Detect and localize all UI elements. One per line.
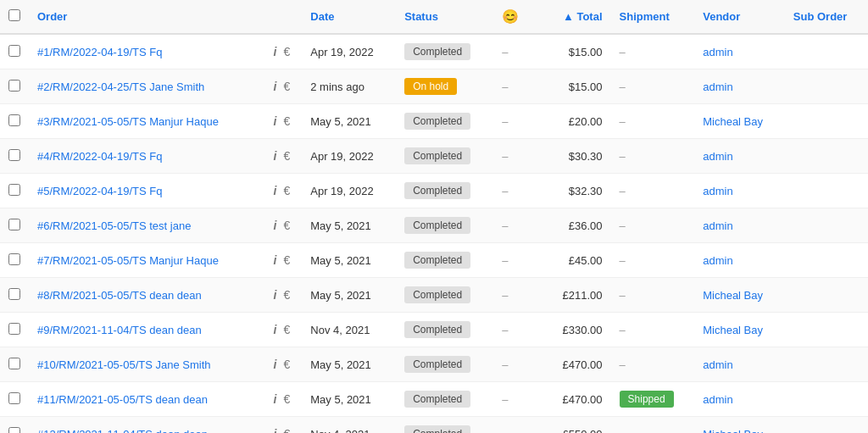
vendor-link[interactable]: admin: [703, 393, 732, 406]
info-icon[interactable]: i: [270, 391, 281, 408]
euro-icon[interactable]: €: [280, 217, 293, 234]
vendor-link[interactable]: Micheal Bay: [703, 428, 763, 434]
info-icon[interactable]: i: [270, 217, 281, 234]
order-link[interactable]: #1/RM/2022-04-19/TS Fq: [37, 46, 162, 58]
vendor-link[interactable]: admin: [703, 219, 732, 232]
order-link[interactable]: #6/RM/2021-05-05/TS test jane: [37, 219, 191, 232]
header-checkbox[interactable]: [0, 0, 29, 34]
row-icons: i€: [262, 278, 303, 313]
row-checkbox-cell[interactable]: [0, 174, 29, 208]
info-icon[interactable]: i: [270, 182, 281, 199]
row-checkbox-cell[interactable]: [0, 34, 29, 69]
row-checkbox-cell[interactable]: [0, 208, 29, 243]
vendor-link[interactable]: admin: [703, 358, 732, 371]
order-link[interactable]: #7/RM/2021-05-05/TS Manjur Haque: [37, 254, 219, 267]
order-link[interactable]: #10/RM/2021-05-05/TS Jane Smith: [37, 358, 211, 371]
row-checkbox[interactable]: [8, 392, 20, 404]
row-checkbox[interactable]: [8, 184, 20, 196]
vendor-link[interactable]: admin: [703, 254, 732, 267]
row-checkbox[interactable]: [8, 323, 20, 335]
select-all-checkbox[interactable]: [8, 9, 20, 21]
order-link[interactable]: #3/RM/2021-05-05/TS Manjur Haque: [37, 115, 219, 128]
vendor-link[interactable]: admin: [703, 185, 732, 197]
vendor-link[interactable]: admin: [703, 46, 732, 58]
table-row: #2/RM/2022-04-25/TS Jane Smithi€2 mins a…: [0, 69, 868, 104]
row-date: May 5, 2021: [302, 208, 396, 243]
row-total: £20.00: [533, 104, 610, 139]
info-icon[interactable]: i: [270, 43, 281, 60]
row-checkbox-cell[interactable]: [0, 313, 29, 347]
order-link[interactable]: #4/RM/2022-04-19/TS Fq: [37, 150, 162, 163]
row-icons: i€: [262, 243, 303, 278]
row-order: #12/RM/2021-11-04/TS dean dean: [29, 417, 262, 434]
row-checkbox-cell[interactable]: [0, 104, 29, 139]
order-link[interactable]: #11/RM/2021-05-05/TS dean dean: [37, 393, 208, 406]
euro-icon[interactable]: €: [280, 286, 293, 303]
info-icon[interactable]: i: [270, 286, 281, 303]
row-sub-order: [785, 382, 868, 417]
row-checkbox-cell[interactable]: [0, 347, 29, 382]
row-checkbox-cell[interactable]: [0, 243, 29, 278]
info-icon[interactable]: i: [270, 356, 281, 373]
row-checkbox[interactable]: [8, 80, 20, 92]
row-checkbox[interactable]: [8, 219, 20, 230]
vendor-link[interactable]: Micheal Bay: [703, 289, 763, 302]
euro-icon[interactable]: €: [280, 321, 293, 338]
row-checkbox[interactable]: [8, 427, 20, 434]
info-icon[interactable]: i: [270, 425, 281, 433]
row-checkbox[interactable]: [8, 253, 20, 265]
info-icon[interactable]: i: [270, 252, 281, 269]
order-link[interactable]: #12/RM/2021-11-04/TS dean dean: [37, 428, 208, 434]
info-icon[interactable]: i: [270, 321, 281, 338]
euro-icon[interactable]: €: [280, 391, 293, 408]
row-order: #4/RM/2022-04-19/TS Fq: [29, 139, 262, 174]
vendor-link[interactable]: admin: [703, 80, 732, 93]
info-icon[interactable]: i: [270, 113, 281, 130]
info-icon[interactable]: i: [270, 78, 281, 95]
row-order: #9/RM/2021-11-04/TS dean dean: [29, 313, 262, 347]
header-status: Status: [396, 0, 493, 34]
euro-icon[interactable]: €: [280, 425, 293, 433]
euro-icon[interactable]: €: [280, 43, 293, 60]
order-link[interactable]: #5/RM/2022-04-19/TS Fq: [37, 185, 162, 197]
row-sub-order: [785, 278, 868, 313]
row-checkbox[interactable]: [8, 45, 20, 57]
row-checkbox[interactable]: [8, 358, 20, 369]
header-date[interactable]: Date: [302, 0, 396, 34]
euro-icon[interactable]: €: [280, 252, 293, 269]
order-link[interactable]: #9/RM/2021-11-04/TS dean dean: [37, 324, 202, 336]
row-date: May 5, 2021: [302, 104, 396, 139]
row-checkbox[interactable]: [8, 288, 20, 300]
euro-icon[interactable]: €: [280, 356, 293, 373]
vendor-link[interactable]: Micheal Bay: [703, 324, 763, 336]
euro-icon[interactable]: €: [280, 78, 293, 95]
euro-icon[interactable]: €: [280, 182, 293, 199]
row-sub-order: [785, 104, 868, 139]
sort-up-icon: ▲: [563, 10, 574, 23]
row-total: $30.30: [533, 139, 610, 174]
row-order: #11/RM/2021-05-05/TS dean dean: [29, 382, 262, 417]
row-emoji: –: [493, 208, 533, 243]
row-icons: i€: [262, 208, 303, 243]
header-order[interactable]: Order: [29, 0, 262, 34]
vendor-link[interactable]: admin: [703, 150, 732, 163]
row-total: £470.00: [533, 347, 610, 382]
info-icon[interactable]: i: [270, 147, 281, 164]
row-checkbox-cell[interactable]: [0, 278, 29, 313]
order-link[interactable]: #2/RM/2022-04-25/TS Jane Smith: [37, 80, 204, 93]
row-vendor: Micheal Bay: [694, 313, 785, 347]
row-checkbox[interactable]: [8, 149, 20, 161]
status-badge: Completed: [404, 252, 470, 269]
row-checkbox[interactable]: [8, 114, 20, 126]
row-checkbox-cell[interactable]: [0, 417, 29, 434]
header-total[interactable]: ▲ Total: [533, 0, 610, 34]
row-icons: i€: [262, 417, 303, 434]
euro-icon[interactable]: €: [280, 113, 293, 130]
euro-icon[interactable]: €: [280, 147, 293, 164]
row-checkbox-cell[interactable]: [0, 139, 29, 174]
row-checkbox-cell[interactable]: [0, 69, 29, 104]
row-emoji: –: [493, 347, 533, 382]
order-link[interactable]: #8/RM/2021-05-05/TS dean dean: [37, 289, 202, 302]
row-checkbox-cell[interactable]: [0, 382, 29, 417]
vendor-link[interactable]: Micheal Bay: [703, 115, 763, 128]
